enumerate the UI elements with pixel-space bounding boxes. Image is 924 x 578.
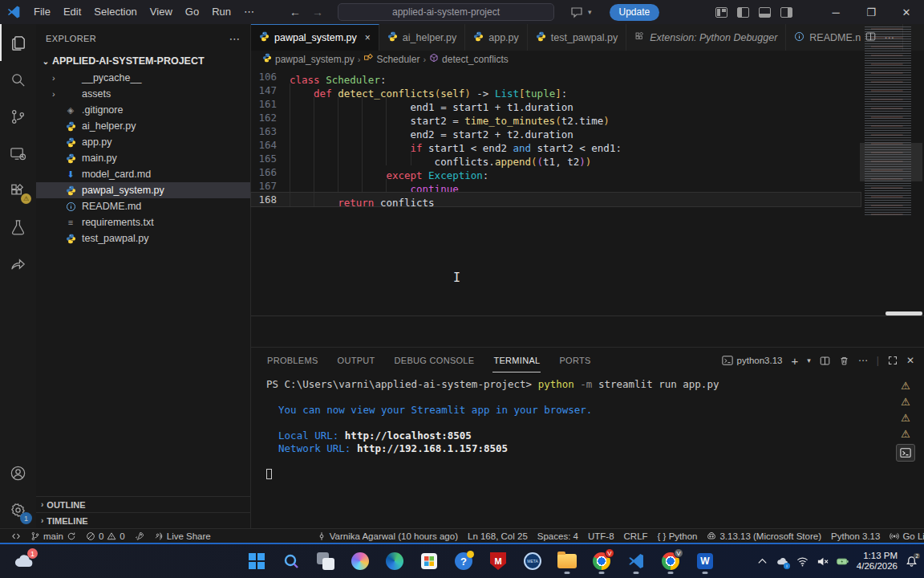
terminal-warning-icon[interactable]: ⚠ [901,380,910,392]
taskbar-chrome-profile-2-icon[interactable]: V [657,547,684,575]
status-left-0[interactable]: 00 [81,529,130,543]
taskbar-start-icon[interactable] [243,547,270,575]
account-icon[interactable] [0,454,36,491]
files-icon[interactable] [0,24,36,61]
status-right-go-live[interactable]: Go Live [885,529,924,543]
minimap-slider[interactable] [860,143,922,181]
panel-tab-debug-console[interactable]: DEBUG CONSOLE [394,349,476,372]
panel-tab-terminal[interactable]: TERMINAL [492,349,541,372]
tab-extension-python-debugger[interactable]: Extension: Python Debugger [626,24,786,51]
panel-tab-output[interactable]: OUTPUT [337,349,376,372]
battery-icon[interactable] [837,556,849,568]
breadcrumb-scheduler[interactable]: Scheduler [363,53,419,65]
tab-pawpal-system-py[interactable]: pawpal_system.py× [251,24,379,51]
file-app-py[interactable]: app.py [36,134,250,150]
status-right-crlf[interactable]: CRLF [619,529,653,543]
window-restore-button[interactable]: ❐ [853,0,889,24]
status-commit-info[interactable]: Varnika Agarwal (10 hours ago) [312,529,463,543]
menu-selection[interactable]: Selection [87,0,143,24]
share-icon[interactable] [0,246,36,283]
taskbar-clock[interactable]: 1:13 PM 4/26/2026 [857,551,898,572]
section-timeline[interactable]: ›TIMELINE [36,512,250,528]
code-line-147[interactable]: 147def detect_conflicts(self) -> List[tu… [251,83,861,97]
explorer-more-actions-icon[interactable]: ⋯ [229,32,241,45]
breadcrumb-pawpal_system.py[interactable]: pawpal_system.py [262,53,355,65]
menu-run[interactable]: Run [205,0,237,24]
search-icon[interactable] [0,61,36,98]
tab-test-pawpal-py[interactable]: test_pawpal.py [528,24,626,51]
code-line-164[interactable]: 164if start1 < end2 and start2 < end1: [251,138,861,152]
code-line-161[interactable]: 161end1 = start1 + t1.duration [251,97,861,111]
close-panel-icon[interactable]: ✕ [906,355,914,366]
panel-tab-ports[interactable]: PORTS [558,349,591,372]
taskbar-store-icon[interactable] [415,547,443,575]
menu-edit[interactable]: Edit [57,0,87,24]
tab-app-py[interactable]: app.py [465,24,528,51]
notifications-bell-icon[interactable]: 2 [906,556,918,568]
status-right-ln-168-col-25[interactable]: Ln 168, Col 25 [463,529,533,543]
terminal-output[interactable]: PS C:\Users\varni\applied-ai-system-proj… [266,378,876,481]
taskbar-mcafee-icon[interactable]: M [484,547,512,575]
section-outline[interactable]: ›OUTLINE [36,496,250,512]
toggle-panel-icon[interactable] [759,7,771,18]
extensions-icon[interactable]: ⚠ [0,172,36,209]
tree-root-folder[interactable]: ⌄ APPLIED-AI-SYSTEM-PROJECT [36,52,250,70]
terminal-tab-selected[interactable] [896,444,915,462]
code-line-165[interactable]: 165conflicts.append((t1, t2)) [251,152,861,165]
panel-tab-problems[interactable]: PROBLEMS [266,349,319,372]
taskbar-copilot-icon[interactable] [346,547,374,575]
minimap[interactable] [865,26,918,215]
status-right-utf-8[interactable]: UTF-8 [583,529,619,543]
file-ai-helper-py[interactable]: ai_helper.py [36,118,250,134]
kill-terminal-icon[interactable] [839,356,849,366]
taskbar-circular-blue-app-icon[interactable]: META [519,547,546,575]
status-right-3-13-13-microsoft-store-[interactable]: 3.13.13 (Microsoft Store) [702,529,826,543]
menu-more[interactable]: ⋯ [237,0,261,24]
taskbar-vscode-icon[interactable] [622,547,650,575]
nav-back-button[interactable]: ← [290,6,301,18]
terminal-warning-icon[interactable]: ⚠ [901,412,910,424]
terminal-warning-icon[interactable]: ⚠ [901,428,910,440]
taskbar-get-help-icon[interactable]: ? [450,547,477,575]
scrollbar-thumb[interactable] [886,311,922,315]
toggle-secondary-sidebar-icon[interactable] [780,7,792,18]
status-right-python-3-13[interactable]: Python 3.13 [826,529,885,543]
wifi-icon[interactable] [796,556,808,568]
command-center-search[interactable]: applied-ai-system-project [338,3,554,21]
close-tab-icon[interactable]: × [365,32,371,43]
file-pawpal-system-py[interactable]: pawpal_system.py [36,182,250,198]
code-line-167[interactable]: 167continue [251,179,861,193]
file-test-pawpal-py[interactable]: test_pawpal.py [36,230,250,246]
terminal-instance-label[interactable]: python3.13 [722,355,783,366]
chevron-up-icon[interactable] [756,556,768,568]
window-minimize-button[interactable]: ─ [818,0,853,24]
taskbar-word-icon[interactable]: W [691,547,719,575]
onedrive-icon[interactable]: i [776,556,788,568]
code-line-106[interactable]: 106class Scheduler: [251,70,861,83]
taskbar-windows-search-icon[interactable] [278,547,305,575]
file--pycache-[interactable]: ›__pycache__ [36,70,250,86]
file--gitignore[interactable]: ◈.gitignore [36,102,250,118]
chevron-down-icon[interactable]: ▾ [588,8,592,16]
maximize-panel-icon[interactable] [888,356,898,365]
file-assets[interactable]: ›assets [36,86,250,102]
toggle-sidebar-icon[interactable] [737,7,749,18]
status-left-launch-icon[interactable] [130,529,149,543]
nav-forward-button[interactable]: → [312,6,323,18]
split-terminal-icon[interactable] [820,356,830,366]
update-button[interactable]: Update [610,4,660,21]
status-left-remote-icon[interactable] [6,529,26,543]
code-line-162[interactable]: 162start2 = time_to_minutes(t2.time) [251,111,861,124]
tab-ai-helper-py[interactable]: ai_helper.py [379,24,465,51]
menu-file[interactable]: File [27,0,57,24]
breadcrumb-detect_conflicts[interactable]: detect_conflicts [429,53,509,65]
terminal-dropdown-icon[interactable]: ▾ [807,356,811,364]
taskbar-chrome-profile-1-icon[interactable]: V [588,547,615,575]
panel-more-actions-icon[interactable]: ⋯ [858,355,868,366]
widgets-button[interactable]: 1 [8,547,40,575]
file-requirements-txt[interactable]: ≡requirements.txt [36,214,250,230]
source-control-icon[interactable] [0,98,36,135]
testing-icon[interactable] [0,209,36,246]
code-line-168[interactable]: 168return conflicts [251,193,861,206]
menu-view[interactable]: View [144,0,179,24]
